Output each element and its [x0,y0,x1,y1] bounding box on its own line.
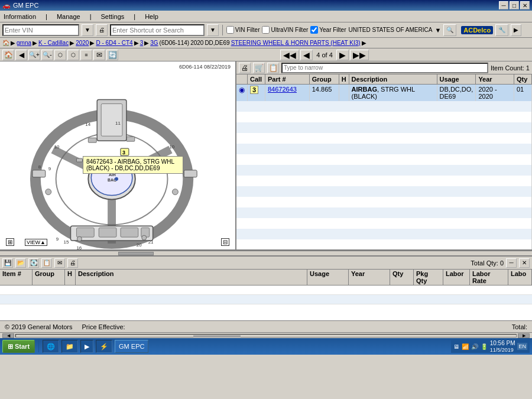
taskbar-media[interactable]: ▶ [80,340,93,353]
vin-input[interactable] [2,24,79,36]
vin-filter-label[interactable]: VIN Filter [226,26,260,34]
page-icon-bottom[interactable]: ⊞ [6,238,14,246]
row-partnum[interactable]: 84672643 [265,85,309,102]
expand-btn[interactable]: ⬡ [67,50,79,60]
parts-print-btn[interactable]: 🖨 [239,63,251,73]
part-number-link[interactable]: 84672643 [268,86,297,93]
col-h: H [339,74,349,85]
breadcrumb-3[interactable]: 3 [140,40,144,46]
vin-filter-checkbox[interactable] [226,26,234,34]
page-icon-right[interactable]: ⊟ [221,238,229,246]
breadcrumb-year[interactable]: 2020 [76,40,89,46]
cart-col-h: H [65,270,76,285]
cart-save-btn[interactable]: 💾 [2,258,13,268]
diagram-tooltip: 84672643 - AIRBAG, STRG WHL (BLACK) - DB… [83,156,183,174]
svg-rect-20 [121,228,138,237]
tray-icon-4: 🔋 [481,343,488,350]
svg-rect-11 [33,170,46,177]
fit-btn[interactable]: ⬡ [54,50,66,60]
close-button[interactable]: ✕ [520,1,530,9]
breadcrumb-title[interactable]: STEERING WHEEL & HORN PARTS (HEAT KI3) [231,40,361,46]
narrow-input[interactable] [281,63,488,73]
cart-floppy-btn[interactable]: 💽 [28,258,39,268]
minimize-button[interactable]: ─ [499,1,508,9]
cart-col-desc: Description [76,270,307,285]
search-dropdown-btn[interactable]: ▼ [207,24,219,36]
cart-minus-btn[interactable]: ─ [506,258,517,268]
nav-group: ◀◀ ◀ 4 of 4 ▶ ▶▶ [280,50,369,60]
zoom-out-btn[interactable]: 🔍- [41,50,53,60]
parts-cart-btn[interactable]: 🛒 [253,63,265,73]
menu-information[interactable]: Information [4,13,36,20]
copyright-text: © 2019 General Motors [5,323,73,330]
table-row [236,165,532,176]
bottom-scrollbar[interactable]: ◀ ▶ [0,332,532,338]
extra-btn-2[interactable]: ▶ [511,24,521,36]
parts-table: Call Part # Group H Description Usage Ye… [236,74,532,249]
vin-dropdown-btn[interactable]: ▼ [82,24,93,36]
menu-help[interactable]: Help [145,13,158,20]
nav-prev-btn[interactable]: ◀ [300,50,313,60]
breadcrumb-gmna[interactable]: gmna [17,40,31,46]
back-tool-btn[interactable]: ◀ [15,50,27,60]
table-row[interactable]: ◉ 3 84672643 14.865 AIRBAG, STRG WHL (BL… [236,85,532,102]
ultravin-filter-label[interactable]: UltraVIN Filter [262,26,308,34]
cart-print-btn[interactable]: 🖨 [67,258,78,268]
breadcrumb-cadillac[interactable]: K - Cadillac [38,40,69,46]
row-usage: DB,DC,DO, DE69 [437,85,476,102]
cart-footer: © 2019 General Motors Price Effective: T… [0,320,532,332]
home-tool-btn[interactable]: 🏠 [2,50,14,60]
table-row [236,186,532,197]
extra-btn-1[interactable]: 🔧 [495,24,508,36]
nav-last-btn[interactable]: ▶▶ [350,50,369,60]
svg-rect-12 [184,170,197,177]
cart-open-btn[interactable]: 📂 [15,258,26,268]
menu-bar: Information | Manage | Settings | Help [0,11,532,22]
cart-copy-btn[interactable]: 📋 [41,258,52,268]
taskbar-app[interactable]: ⚡ [96,340,112,353]
diagram-panel: 6D06-114 08/22/2019 AIR BAG [0,61,236,249]
start-button[interactable]: ⊞ Start [2,340,35,353]
breadcrumb-home-icon[interactable]: 🏠 [2,40,9,46]
windows-logo: ⊞ [8,343,13,351]
list-btn[interactable]: ≡ [80,50,92,60]
horizontal-scrollbar[interactable] [0,251,532,255]
cart-col-year: Year [349,270,390,285]
parts-extra-btn[interactable]: 📋 [267,63,279,73]
table-row [236,239,532,249]
cart-toolbar: 💾 📂 💽 📋 ✉ 🖨 Total Qty: 0 ─ ✕ [0,257,532,270]
tray-lang[interactable]: EN [517,343,527,350]
col-partnum: Part # [265,74,309,85]
search-input[interactable] [110,24,205,36]
menu-settings[interactable]: Settings [101,13,125,20]
tray-time: 10:56 PM 11/5/2019 [490,340,515,353]
cart-close-btn[interactable]: ✕ [519,258,530,268]
maximize-button[interactable]: □ [510,1,519,9]
title-bar-controls[interactable]: ─ □ ✕ [499,1,530,9]
view-label: VIEW▲ [25,239,47,246]
svg-rect-13 [88,138,96,142]
year-filter-label[interactable]: Year Filter [310,26,346,34]
item-count: Item Count: 1 [491,64,530,72]
taskbar-folder[interactable]: 📁 [61,340,78,353]
search-icon-btn[interactable]: 🔍 [443,24,456,36]
nav-first-btn[interactable]: ◀◀ [280,50,299,60]
menu-manage[interactable]: Manage [57,13,80,20]
taskbar-ie[interactable]: 🌐 [43,340,59,353]
zoom-in-btn[interactable]: 🔍+ [28,50,40,60]
year-filter-checkbox[interactable] [310,26,318,34]
cart-col-pkgqty: Pkg Qty [414,270,443,285]
breadcrumb-model[interactable]: D - 6D4 - CT4 [96,40,132,46]
filter-bar: ▼ 🖨 ▼ VIN Filter UltraVIN Filter Year Fi… [0,22,532,38]
nav-next-btn[interactable]: ▶ [336,50,349,60]
breadcrumb-3g[interactable]: 3G [150,40,158,46]
breadcrumb-year2: 2020 [190,40,203,46]
print-btn[interactable]: 🖨 [96,24,108,36]
email-btn[interactable]: ✉ [93,50,105,60]
country-dropdown[interactable]: ▼ [434,27,441,34]
table-row [236,176,532,186]
ultravin-filter-checkbox[interactable] [262,26,270,34]
cart-email-btn[interactable]: ✉ [54,258,65,268]
refresh-btn[interactable]: 🔄 [106,50,118,60]
taskbar-gmepc[interactable]: GM EPC [115,340,148,353]
